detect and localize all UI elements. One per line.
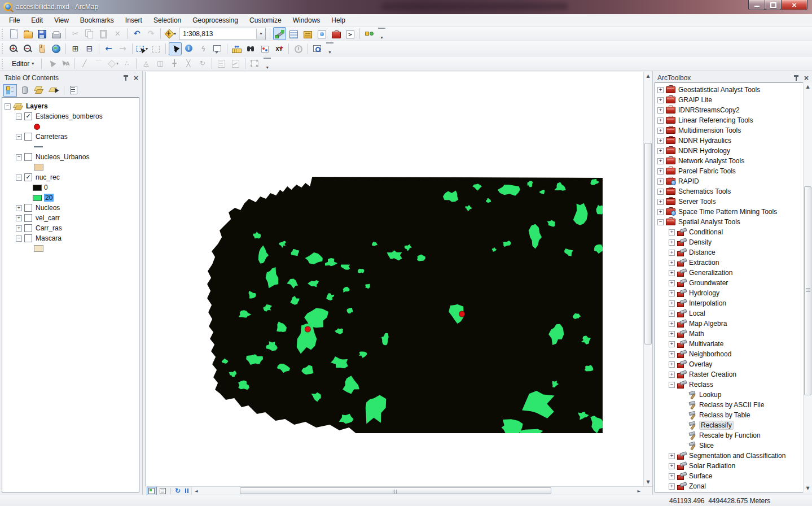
expand-toggle-geostatistical-analyst-tools[interactable]: +: [657, 87, 664, 93]
toc-options-button[interactable]: [67, 84, 81, 97]
toolbar-overflow-button[interactable]: ▾: [378, 28, 385, 40]
pin-icon[interactable]: [122, 75, 129, 81]
arctoolbox-item-reclass[interactable]: −Reclass: [655, 380, 803, 390]
expand-toggle-ndnr-hydrology[interactable]: +: [657, 148, 664, 154]
expand-toggle-zonal[interactable]: +: [669, 483, 675, 490]
fixed-zoom-out-button[interactable]: ⊟: [83, 42, 96, 55]
reshape-feature-button[interactable]: ◬: [139, 57, 152, 70]
arctoolbox-item-graip-lite[interactable]: +GRAIP Lite: [655, 95, 803, 105]
map-hscroll-thumb[interactable]: [240, 487, 551, 494]
arctoolbox-item-segmentation-and-classification[interactable]: +Segmentation and Classification: [655, 451, 803, 461]
toc-layer-vel-carr[interactable]: +vel_carr: [2, 213, 139, 223]
expand-toggle-schematics-tools[interactable]: +: [657, 189, 664, 195]
expand-toggle-rapid[interactable]: +: [657, 178, 664, 185]
python-window-button[interactable]: [344, 27, 357, 40]
toc-close-icon[interactable]: ×: [132, 74, 140, 82]
open-button[interactable]: [21, 27, 34, 40]
layer-symbol-patch[interactable]: [34, 245, 43, 252]
arctoolbox-item-ndnr-hydraulics[interactable]: +NDNR Hydraulics: [655, 136, 803, 146]
arctoolbox-window-button[interactable]: [330, 27, 343, 40]
identify-button[interactable]: [183, 42, 196, 55]
arctoolbox-item-overlay[interactable]: +Overlay: [655, 359, 803, 369]
edit-vertices-button[interactable]: [248, 57, 261, 70]
arctoolbox-item-groundwater[interactable]: +Groundwater: [655, 278, 803, 288]
menu-selection[interactable]: Selection: [148, 15, 187, 26]
layer-symbol-line[interactable]: [34, 146, 43, 147]
go-back-button[interactable]: ←: [102, 42, 115, 55]
layer-visibility-checkbox-carreteras[interactable]: [24, 133, 32, 141]
map-scale-combo[interactable]: 1:308,813▾: [179, 28, 266, 40]
move-tool-button[interactable]: ╋: [168, 57, 181, 70]
restore-button[interactable]: [765, 0, 782, 10]
catalog-window-button[interactable]: [301, 27, 314, 40]
expand-toggle-local[interactable]: +: [669, 311, 675, 317]
expand-toggle-raster-creation[interactable]: +: [669, 372, 675, 378]
zoom-out-button[interactable]: [21, 42, 34, 55]
delete-button[interactable]: ✕: [111, 27, 124, 40]
expand-toggle-solar-radiation[interactable]: +: [669, 463, 675, 469]
layer-visibility-checkbox-vel-carr[interactable]: [24, 214, 32, 222]
expand-toggle-nuc-rec[interactable]: −: [16, 175, 22, 181]
expand-toggle-density[interactable]: +: [669, 239, 675, 246]
arctoolbox-item-generalization[interactable]: +Generalization: [655, 268, 803, 278]
arctoolbox-item-math[interactable]: +Math: [655, 329, 803, 339]
layer-visibility-checkbox-nucleos-urbanos[interactable]: [24, 153, 32, 161]
layer-visibility-checkbox-carr-ras[interactable]: [24, 224, 32, 232]
modelbuilder-window-button[interactable]: [363, 27, 376, 40]
arctoolbox-item-slice[interactable]: Slice: [655, 440, 803, 451]
toc-class-0[interactable]: 0: [2, 182, 139, 193]
toc-selection-button[interactable]: [47, 84, 61, 97]
expand-toggle-multivariate[interactable]: +: [669, 341, 675, 347]
toolbar-overflow-button[interactable]: ▾: [264, 58, 271, 70]
expand-toggle-multidimension-tools[interactable]: +: [657, 128, 664, 134]
fixed-zoom-in-button[interactable]: ⊞: [69, 42, 82, 55]
zoom-in-button[interactable]: [7, 42, 20, 55]
menu-customize[interactable]: Customize: [244, 15, 287, 26]
arctoolbox-item-reclassify[interactable]: Reclassify: [655, 420, 803, 430]
arctoolbox-item-reclass-by-ascii-file[interactable]: Reclass by ASCII File: [655, 400, 803, 410]
class-swatch[interactable]: [33, 195, 42, 201]
expand-toggle-spatial-analyst-tools[interactable]: −: [657, 219, 664, 225]
expand-toggle-ndnr-hydraulics[interactable]: +: [657, 138, 664, 144]
toc-source-button[interactable]: [18, 84, 32, 97]
toc-symbol-row[interactable]: [2, 121, 139, 132]
search-window-button[interactable]: [315, 27, 328, 40]
endpoint-arc-button[interactable]: ⌒: [92, 57, 105, 70]
toc-layer-estaciones-bomberos[interactable]: −✓Estaciones_bomberos: [2, 111, 139, 121]
toc-layer-nucleos-urbanos[interactable]: −Nucleos_Urbanos: [2, 152, 139, 162]
table-of-contents-window-button[interactable]: [287, 27, 300, 40]
select-elements-button[interactable]: [169, 42, 182, 55]
toc-visibility-button[interactable]: [33, 84, 46, 97]
redo-button[interactable]: ↷: [144, 27, 157, 40]
arctoolbox-item-multidimension-tools[interactable]: +Multidimension Tools: [655, 125, 803, 136]
expand-toggle-map-algebra[interactable]: +: [669, 321, 675, 327]
menu-geoprocessing[interactable]: Geoprocessing: [187, 15, 244, 26]
arctoolbox-item-neighborhood[interactable]: +Neighborhood: [655, 349, 803, 359]
arctoolbox-item-space-time-pattern-mining-tools[interactable]: +Space Time Pattern Mining Tools: [655, 207, 803, 217]
full-extent-button[interactable]: [50, 42, 63, 55]
pan-button[interactable]: [36, 42, 49, 55]
expand-toggle-hydrology[interactable]: +: [669, 290, 675, 296]
arctoolbox-item-rapid[interactable]: +RAPID: [655, 176, 803, 186]
toc-layer-mascara[interactable]: −Mascara: [2, 233, 139, 243]
arctoolbox-item-extraction[interactable]: +Extraction: [655, 258, 803, 268]
arctoolbox-item-interpolation[interactable]: +Interpolation: [655, 298, 803, 308]
toc-class-20[interactable]: 20: [2, 193, 139, 203]
data-view-button[interactable]: [147, 487, 157, 495]
expand-toggle-segmentation-and-classification[interactable]: +: [669, 453, 675, 459]
copy-button[interactable]: [83, 27, 96, 40]
paste-button[interactable]: [97, 27, 110, 40]
toc-layer-nuc-rec[interactable]: −✓nuc_rec: [2, 172, 139, 182]
go-forward-button[interactable]: →: [116, 42, 129, 55]
expand-toggle-graip-lite[interactable]: +: [657, 97, 664, 103]
cut-button[interactable]: ✂: [69, 27, 82, 40]
layer-symbol-point[interactable]: [34, 124, 40, 130]
pin-icon[interactable]: [793, 75, 800, 81]
layer-visibility-checkbox-estaciones-bomberos[interactable]: ✓: [24, 112, 32, 120]
arctoolbox-item-multivariate[interactable]: +Multivariate: [655, 339, 803, 349]
arctoolbox-item-linear-referencing-tools[interactable]: +Linear Referencing Tools: [655, 115, 803, 125]
clear-selection-button[interactable]: [150, 42, 163, 55]
menu-insert[interactable]: Insert: [120, 15, 148, 26]
expand-toggle-overlay[interactable]: +: [669, 361, 675, 368]
expand-toggle-groundwater[interactable]: +: [669, 280, 675, 286]
